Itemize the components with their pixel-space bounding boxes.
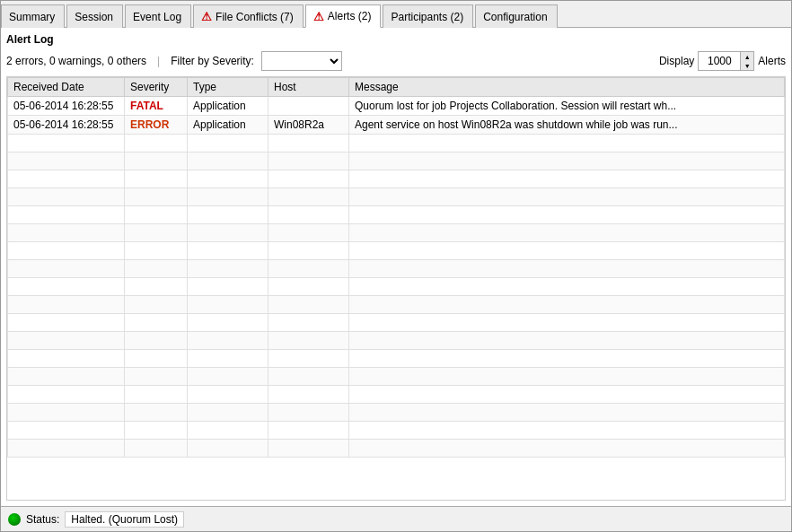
spinner-buttons: ▲ ▼ — [741, 51, 754, 71]
status-icon — [8, 513, 21, 526]
tab-configuration[interactable]: Configuration — [475, 4, 557, 28]
spinner-down[interactable]: ▼ — [741, 61, 753, 70]
empty-row — [8, 260, 785, 278]
cell-received-date: 05-06-2014 16:28:55 — [8, 97, 125, 116]
alerts-label: Alerts — [758, 55, 786, 67]
empty-row — [8, 314, 785, 332]
status-value: Halted. (Quorum Lost) — [65, 511, 184, 528]
section-title: Alert Log — [6, 33, 786, 46]
empty-row — [8, 350, 785, 368]
cell-host: Win08R2a — [268, 116, 349, 135]
tab-summary[interactable]: Summary — [1, 4, 65, 28]
col-host: Host — [268, 78, 349, 97]
tab-event-log[interactable]: Event Log — [125, 4, 191, 28]
toolbar-row: 2 errors, 0 warnings, 0 others | Filter … — [6, 51, 786, 71]
tab-label: Event Log — [133, 11, 181, 23]
display-count-input[interactable] — [698, 51, 741, 71]
cell-severity: FATAL — [125, 97, 188, 116]
empty-row — [8, 278, 785, 296]
tab-bar: SummarySessionEvent Log⚠File Conflicts (… — [1, 1, 791, 28]
table-row[interactable]: 05-06-2014 16:28:55ERRORApplicationWin08… — [8, 116, 785, 135]
alert-icon: ⚠ — [201, 10, 212, 23]
tab-file-conflicts[interactable]: ⚠File Conflicts (7) — [193, 4, 304, 28]
status-label: Status: — [26, 513, 59, 526]
cell-type: Application — [188, 97, 268, 116]
toolbar-stats: 2 errors, 0 warnings, 0 others — [6, 55, 146, 67]
tab-label: Summary — [9, 11, 55, 23]
cell-message: Agent service on host Win08R2a was shutd… — [349, 116, 785, 135]
empty-row — [8, 440, 785, 458]
display-input-wrap: ▲ ▼ — [698, 51, 754, 71]
cell-severity: ERROR — [125, 116, 188, 135]
empty-row — [8, 170, 785, 188]
table-header-row: Received DateSeverityTypeHostMessage — [8, 78, 785, 97]
empty-row — [8, 224, 785, 242]
display-label: Display — [659, 55, 694, 67]
main-window: SummarySessionEvent Log⚠File Conflicts (… — [0, 0, 792, 532]
display-group: Display ▲ ▼ Alerts — [659, 51, 786, 71]
filter-severity-select[interactable]: FATAL ERROR WARNING — [261, 51, 342, 71]
cell-host — [268, 97, 349, 116]
empty-row — [8, 296, 785, 314]
empty-row — [8, 206, 785, 224]
empty-row — [8, 135, 785, 153]
alert-table-wrapper: Received DateSeverityTypeHostMessage 05-… — [6, 76, 786, 501]
col-severity: Severity — [125, 78, 188, 97]
empty-row — [8, 188, 785, 206]
tab-participants[interactable]: Participants (2) — [383, 4, 473, 28]
tab-label: Configuration — [483, 11, 547, 23]
content-area: Alert Log 2 errors, 0 warnings, 0 others… — [1, 28, 791, 506]
empty-row — [8, 422, 785, 440]
spinner-up[interactable]: ▲ — [741, 52, 753, 61]
tab-label: Alerts (2) — [328, 10, 372, 22]
col-received-date: Received Date — [8, 78, 125, 97]
col-type: Type — [188, 78, 268, 97]
status-bar: Status: Halted. (Quorum Lost) — [1, 506, 791, 531]
filter-label: Filter by Severity: — [171, 55, 254, 67]
empty-row — [8, 332, 785, 350]
cell-type: Application — [188, 116, 268, 135]
table-row[interactable]: 05-06-2014 16:28:55FATALApplicationQuoru… — [8, 97, 785, 116]
tab-label: Participants (2) — [391, 11, 463, 23]
empty-row — [8, 242, 785, 260]
empty-row — [8, 386, 785, 404]
col-message: Message — [349, 78, 785, 97]
tab-session[interactable]: Session — [66, 4, 123, 28]
alert-table: Received DateSeverityTypeHostMessage 05-… — [7, 77, 785, 458]
empty-row — [8, 153, 785, 170]
tab-alerts[interactable]: ⚠Alerts (2) — [305, 4, 382, 28]
empty-row — [8, 404, 785, 422]
alert-icon: ⚠ — [313, 10, 324, 23]
tab-label: Session — [75, 11, 113, 23]
tab-label: File Conflicts (7) — [216, 11, 294, 23]
empty-row — [8, 368, 785, 386]
cell-message: Quorum lost for job Projects Collaborati… — [349, 97, 785, 116]
cell-received-date: 05-06-2014 16:28:55 — [8, 116, 125, 135]
